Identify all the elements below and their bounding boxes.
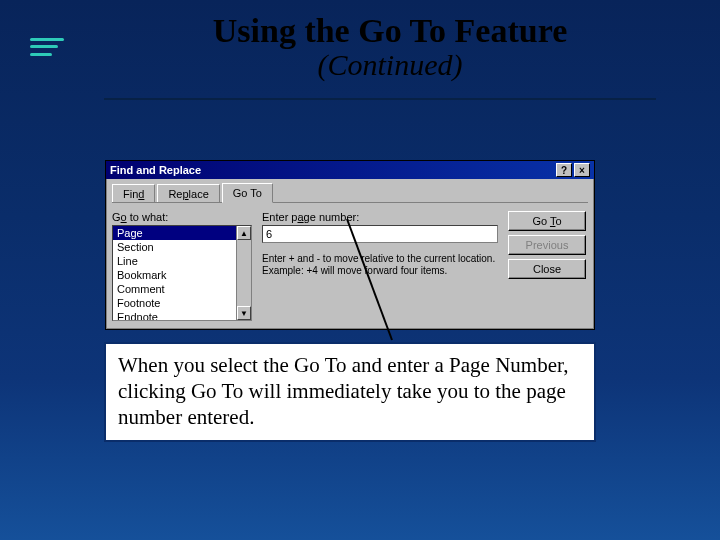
help-button[interactable]: ?: [556, 163, 572, 177]
goto-button[interactable]: Go To: [508, 211, 586, 231]
list-item[interactable]: Section: [113, 240, 251, 254]
page-number-input[interactable]: [262, 225, 498, 243]
find-replace-dialog: Find and Replace ? × Find Replace Go To …: [105, 160, 595, 330]
slide-subtitle: (Continued): [110, 48, 670, 82]
goto-what-label: Go to what:: [112, 211, 252, 223]
enter-page-label: Enter page number:: [262, 211, 498, 223]
title-underline: [104, 98, 656, 100]
tab-goto[interactable]: Go To: [222, 183, 273, 203]
list-item[interactable]: Page: [113, 226, 251, 240]
previous-button[interactable]: Previous: [508, 235, 586, 255]
list-item[interactable]: Footnote: [113, 296, 251, 310]
dialog-tabs: Find Replace Go To: [112, 183, 588, 203]
caption-text: When you select the Go To and enter a Pa…: [118, 353, 568, 429]
close-button[interactable]: ×: [574, 163, 590, 177]
dialog-titlebar[interactable]: Find and Replace ? ×: [106, 161, 594, 179]
scroll-up-icon[interactable]: ▲: [237, 226, 251, 240]
list-item[interactable]: Endnote: [113, 310, 251, 321]
goto-what-list[interactable]: Page Section Line Bookmark Comment Footn…: [112, 225, 252, 321]
goto-hint-text: Enter + and - to move relative to the cu…: [262, 253, 498, 277]
scroll-down-icon[interactable]: ▼: [237, 306, 251, 320]
tab-replace[interactable]: Replace: [157, 184, 219, 202]
dialog-title: Find and Replace: [110, 164, 554, 176]
tab-find[interactable]: Find: [112, 184, 155, 202]
decorative-bullet: [30, 36, 64, 58]
list-scrollbar[interactable]: ▲ ▼: [236, 226, 251, 320]
close-dialog-button[interactable]: Close: [508, 259, 586, 279]
slide-title: Using the Go To Feature: [110, 12, 670, 50]
caption-box: When you select the Go To and enter a Pa…: [104, 342, 596, 442]
list-item[interactable]: Line: [113, 254, 251, 268]
list-item[interactable]: Comment: [113, 282, 251, 296]
slide-title-block: Using the Go To Feature (Continued): [110, 12, 670, 82]
list-item[interactable]: Bookmark: [113, 268, 251, 282]
